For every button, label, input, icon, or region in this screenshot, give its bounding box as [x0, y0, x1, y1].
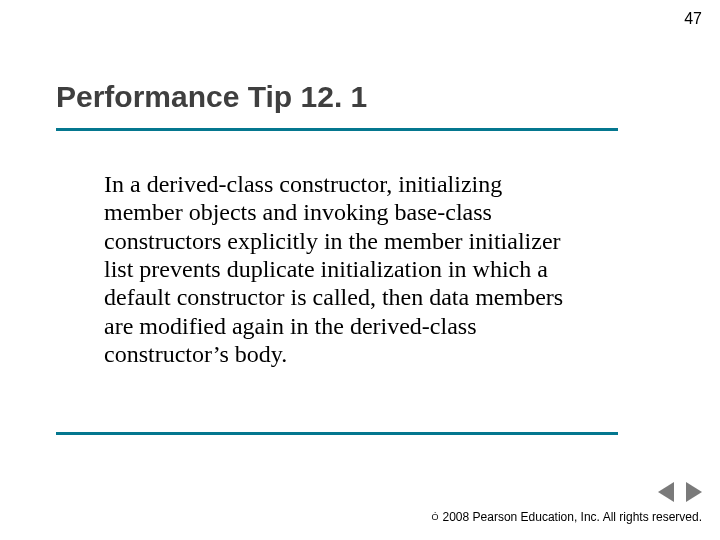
copyright-text: 2008 Pearson Education, Inc. All rights … — [443, 510, 702, 524]
body-paragraph: In a derived-class constructor, initiali… — [104, 170, 582, 368]
nav-controls — [658, 482, 702, 502]
prev-slide-button[interactable] — [658, 482, 674, 502]
bottom-rule — [56, 432, 618, 435]
title-underline — [56, 128, 618, 131]
page-number: 47 — [684, 10, 702, 28]
slide: 47 Performance Tip 12. 1 In a derived-cl… — [0, 0, 720, 540]
slide-title: Performance Tip 12. 1 — [56, 80, 367, 114]
copyright-symbol: Ó — [432, 512, 439, 522]
next-slide-button[interactable] — [686, 482, 702, 502]
copyright-line: Ó2008 Pearson Education, Inc. All rights… — [432, 510, 703, 524]
